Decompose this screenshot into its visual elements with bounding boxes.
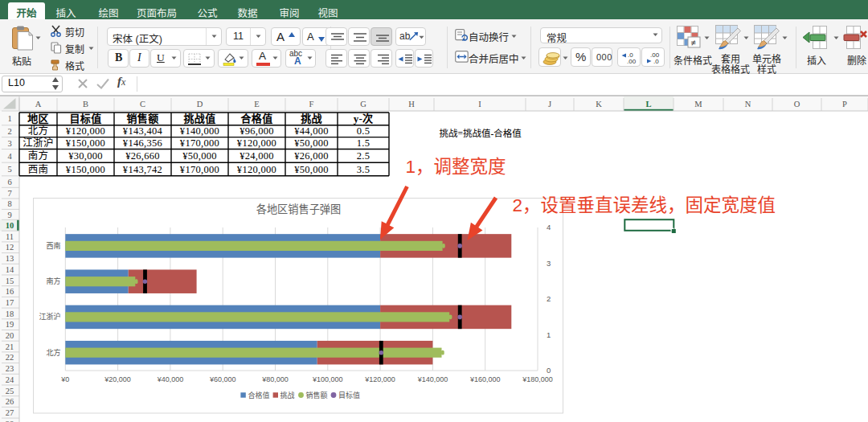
svg-text:销售额: 销售额 xyxy=(306,391,328,399)
svg-text:¥150,000: ¥150,000 xyxy=(66,164,105,175)
svg-text:3: 3 xyxy=(7,139,11,148)
svg-text:M: M xyxy=(694,100,702,109)
svg-text:¥50,000: ¥50,000 xyxy=(294,137,329,149)
svg-text:1.5: 1.5 xyxy=(357,137,371,149)
svg-text:12: 12 xyxy=(6,243,14,252)
svg-text:E: E xyxy=(254,100,259,109)
svg-text:¥30,000: ¥30,000 xyxy=(68,150,103,162)
svg-text:挑战: 挑战 xyxy=(280,391,295,399)
svg-text:1，调整宽度: 1，调整宽度 xyxy=(406,157,506,177)
svg-text:¥120,000: ¥120,000 xyxy=(237,164,276,175)
svg-text:2，设置垂直误差线，固定宽度值: 2，设置垂直误差线，固定宽度值 xyxy=(513,195,776,215)
svg-text:¥24,000: ¥24,000 xyxy=(240,150,274,162)
svg-text:C: C xyxy=(140,100,145,109)
svg-text:11: 11 xyxy=(6,232,14,241)
svg-text:B: B xyxy=(83,100,88,109)
svg-text:22: 22 xyxy=(6,353,14,362)
svg-text:4: 4 xyxy=(547,223,551,231)
svg-text:江浙沪: 江浙沪 xyxy=(23,137,53,149)
svg-text:北方: 北方 xyxy=(46,348,60,357)
svg-text:3: 3 xyxy=(547,259,551,268)
svg-text:挑战=挑战值-合格值: 挑战=挑战值-合格值 xyxy=(440,128,522,138)
svg-text:7: 7 xyxy=(7,189,11,198)
svg-text:¥140,000: ¥140,000 xyxy=(180,125,219,137)
svg-text:合格值: 合格值 xyxy=(248,391,270,399)
svg-text:8: 8 xyxy=(7,199,11,208)
svg-text:I: I xyxy=(478,100,481,109)
svg-text:西南: 西南 xyxy=(28,163,49,175)
svg-text:26: 26 xyxy=(6,397,14,406)
svg-text:¥26,660: ¥26,660 xyxy=(125,150,160,162)
svg-text:9: 9 xyxy=(7,211,11,219)
svg-text:G: G xyxy=(360,100,366,109)
svg-text:南方: 南方 xyxy=(46,277,60,285)
svg-text:16: 16 xyxy=(6,287,14,296)
svg-text:P: P xyxy=(842,100,847,109)
svg-text:¥146,356: ¥146,356 xyxy=(123,137,162,149)
svg-text:¥100,000: ¥100,000 xyxy=(312,375,343,383)
svg-text:地区: 地区 xyxy=(27,113,49,125)
svg-text:¥60,000: ¥60,000 xyxy=(209,375,236,383)
svg-text:¥96,000: ¥96,000 xyxy=(240,125,274,137)
svg-text:各地区销售子弹图: 各地区销售子弹图 xyxy=(256,203,342,215)
svg-text:13: 13 xyxy=(6,254,14,263)
svg-text:14: 14 xyxy=(6,265,14,274)
svg-text:y-次: y-次 xyxy=(354,113,374,125)
svg-text:销售额: 销售额 xyxy=(127,113,159,125)
svg-text:¥0: ¥0 xyxy=(60,375,69,383)
svg-text:¥26,000: ¥26,000 xyxy=(294,150,329,162)
svg-text:¥143,404: ¥143,404 xyxy=(123,125,163,137)
svg-text:挑战值: 挑战值 xyxy=(184,113,216,125)
svg-text:D: D xyxy=(197,100,203,109)
svg-text:挑战: 挑战 xyxy=(301,113,322,125)
svg-text:H: H xyxy=(408,100,415,109)
svg-text:南方: 南方 xyxy=(28,150,49,162)
svg-text:23: 23 xyxy=(6,364,14,373)
svg-text:25: 25 xyxy=(6,387,14,395)
svg-text:3.5: 3.5 xyxy=(357,164,371,175)
svg-text:1: 1 xyxy=(7,114,11,123)
svg-text:2: 2 xyxy=(7,127,11,136)
svg-text:5: 5 xyxy=(7,165,11,174)
svg-text:1: 1 xyxy=(547,330,551,339)
svg-text:¥170,000: ¥170,000 xyxy=(180,137,219,149)
svg-text:J: J xyxy=(548,100,551,109)
svg-text:¥120,000: ¥120,000 xyxy=(66,125,105,137)
svg-text:¥143,742: ¥143,742 xyxy=(123,164,162,175)
svg-text:2.5: 2.5 xyxy=(357,150,371,162)
svg-text:19: 19 xyxy=(6,320,14,329)
svg-text:18: 18 xyxy=(6,309,14,318)
svg-text:15: 15 xyxy=(6,277,14,285)
svg-text:¥120,000: ¥120,000 xyxy=(364,375,395,383)
svg-text:¥150,000: ¥150,000 xyxy=(66,137,105,149)
svg-text:0: 0 xyxy=(547,366,551,375)
svg-text:20: 20 xyxy=(6,331,14,340)
svg-text:西南: 西南 xyxy=(46,241,60,250)
svg-text:¥44,000: ¥44,000 xyxy=(294,125,329,137)
svg-text:21: 21 xyxy=(6,342,14,351)
svg-text:¥50,000: ¥50,000 xyxy=(294,164,329,175)
svg-text:10: 10 xyxy=(6,221,14,230)
svg-text:0.5: 0.5 xyxy=(357,125,371,137)
svg-text:¥140,000: ¥140,000 xyxy=(417,375,448,383)
svg-text:北方: 北方 xyxy=(28,125,49,137)
svg-text:江浙沪: 江浙沪 xyxy=(39,312,60,321)
svg-text:目标值: 目标值 xyxy=(70,113,102,125)
svg-text:O: O xyxy=(794,100,800,109)
svg-text:¥50,000: ¥50,000 xyxy=(182,150,217,162)
svg-text:28: 28 xyxy=(6,420,14,422)
svg-text:K: K xyxy=(596,100,602,109)
svg-text:¥40,000: ¥40,000 xyxy=(157,375,184,383)
svg-text:27: 27 xyxy=(6,408,14,417)
svg-text:目标值: 目标值 xyxy=(338,391,360,399)
svg-text:F: F xyxy=(309,100,314,109)
svg-text:A: A xyxy=(35,100,42,109)
svg-text:2: 2 xyxy=(547,294,551,303)
svg-text:L: L xyxy=(645,100,651,109)
svg-text:¥160,000: ¥160,000 xyxy=(469,375,501,383)
svg-text:¥80,000: ¥80,000 xyxy=(261,375,289,383)
svg-text:合格值: 合格值 xyxy=(241,113,273,125)
svg-text:4: 4 xyxy=(7,152,12,161)
svg-text:17: 17 xyxy=(6,298,14,307)
svg-text:N: N xyxy=(745,100,751,109)
